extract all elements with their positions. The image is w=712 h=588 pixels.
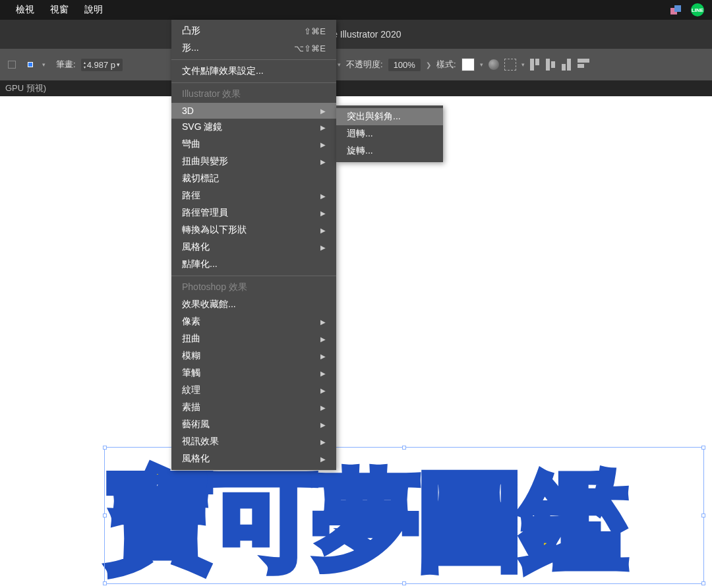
menu-item-ai-6[interactable]: 路徑管理員▶ <box>171 204 336 221</box>
menubar-item-view[interactable]: 檢視 <box>8 4 42 16</box>
chevron-down-icon[interactable]: ▾ <box>117 61 120 68</box>
submenu-item-rotate[interactable]: 旋轉... <box>336 142 443 160</box>
macos-menubar: 檢視 視窗 說明 LINE <box>0 0 712 20</box>
resize-handle-icon[interactable] <box>402 581 406 585</box>
opacity-input[interactable]: 100% <box>388 59 421 71</box>
resize-handle-icon[interactable] <box>402 446 406 450</box>
resize-handle-icon[interactable] <box>701 581 705 585</box>
document-tab-strip: GPU 預視) <box>0 80 712 96</box>
opacity-label: 不透明度: <box>346 59 383 71</box>
transform-icon[interactable] <box>504 59 516 71</box>
menu-item-document-raster-settings[interactable]: 文件點陣效果設定... <box>171 63 336 80</box>
submenu-arrow-icon: ▶ <box>320 124 326 131</box>
menu-item-ps-5[interactable]: 紋理▶ <box>171 382 336 399</box>
submenu-arrow-icon: ▶ <box>320 438 326 446</box>
app-title-bar: Adobe Illustrator 2020 <box>0 20 712 49</box>
menu-item-ps-7[interactable]: 藝術風▶ <box>171 416 336 433</box>
menu-item-last-effect-options[interactable]: 形...⌥⇧⌘E <box>171 40 336 57</box>
submenu-arrow-icon: ▶ <box>320 387 326 394</box>
menu-item-ps-1[interactable]: 像素▶ <box>171 313 336 330</box>
menu-item-ps-6[interactable]: 素描▶ <box>171 399 336 416</box>
resize-handle-icon[interactable] <box>103 514 107 517</box>
menubar-item-window[interactable]: 視窗 <box>42 4 76 16</box>
submenu-arrow-icon: ▶ <box>320 227 326 234</box>
chevron-down-icon[interactable]: ▾ <box>521 61 525 68</box>
submenu-arrow-icon: ▶ <box>320 107 326 115</box>
stroke-swatch[interactable] <box>24 58 37 71</box>
menu-item-ps-2[interactable]: 扭曲▶ <box>171 330 336 347</box>
menu-item-ai-7[interactable]: 轉換為以下形狀▶ <box>171 221 336 239</box>
menu-item-ai-1[interactable]: SVG 濾鏡▶ <box>171 119 336 136</box>
submenu-item-revolve[interactable]: 迴轉... <box>336 125 443 142</box>
fill-swatch[interactable] <box>5 58 18 71</box>
menu-item-ai-2[interactable]: 彎曲▶ <box>171 136 336 153</box>
align-right-icon[interactable] <box>562 59 574 71</box>
chevron-right-icon[interactable]: ❯ <box>426 61 431 69</box>
recolor-artwork-icon[interactable] <box>489 59 499 70</box>
menu-item-ai-0[interactable]: 3D▶ <box>171 103 336 119</box>
menu-item-last-effect[interactable]: 凸形⇧⌘E <box>171 22 336 40</box>
control-bar: ▾ 筆畫: ▴▾ 4.987 p ▾ ▾ 不透明度: 100% ❯ 樣式: ▾ … <box>0 49 712 80</box>
resize-handle-icon[interactable] <box>103 581 107 585</box>
submenu-arrow-icon: ▶ <box>320 353 326 360</box>
style-label: 樣式: <box>436 59 456 71</box>
menu-item-ai-3[interactable]: 扭曲與變形▶ <box>171 153 336 170</box>
canvas[interactable]: 寶可夢圖鑑 <box>0 96 712 588</box>
submenu-arrow-icon: ▶ <box>320 456 326 463</box>
menubar-status-area: LINE <box>670 3 704 16</box>
submenu-arrow-icon: ▶ <box>320 210 326 217</box>
svg-rect-1 <box>674 5 681 12</box>
menu-item-ps-4[interactable]: 筆觸▶ <box>171 365 336 382</box>
submenu-arrow-icon: ▶ <box>320 141 326 148</box>
menu-item-ai-5[interactable]: 路徑▶ <box>171 187 336 204</box>
effect-menu: 凸形⇧⌘E 形...⌥⇧⌘E 文件點陣效果設定... Illustrator 效… <box>171 20 336 470</box>
resize-handle-icon[interactable] <box>103 446 107 450</box>
menu-item-ai-4[interactable]: 裁切標記 <box>171 170 336 187</box>
menu-item-ps-0[interactable]: 效果收藏館... <box>171 296 336 313</box>
align-top-icon[interactable] <box>578 59 589 71</box>
resize-handle-icon[interactable] <box>701 514 705 517</box>
menu-header-photoshop-effects: Photoshop 效果 <box>171 279 336 296</box>
chevron-down-icon[interactable]: ▾ <box>338 61 341 68</box>
stroke-label: 筆畫: <box>56 59 76 71</box>
menu-item-ps-3[interactable]: 模糊▶ <box>171 347 336 365</box>
submenu-arrow-icon: ▶ <box>320 336 326 343</box>
submenu-arrow-icon: ▶ <box>320 370 326 377</box>
align-left-icon[interactable] <box>530 59 542 71</box>
line-app-icon[interactable]: LINE <box>691 3 704 16</box>
gpu-preview-label: GPU 預視) <box>5 82 46 94</box>
chevron-down-icon[interactable]: ▾ <box>480 61 483 68</box>
resize-handle-icon[interactable] <box>701 446 705 450</box>
stroke-value[interactable]: 4.987 p <box>87 60 115 70</box>
menu-header-illustrator-effects: Illustrator 效果 <box>171 86 336 103</box>
submenu-3d: 突出與斜角... 迴轉... 旋轉... <box>336 105 443 162</box>
align-center-icon[interactable] <box>546 59 558 71</box>
menu-item-ps-8[interactable]: 視訊效果▶ <box>171 433 336 450</box>
chevron-down-icon[interactable]: ▾ <box>42 61 45 68</box>
menu-item-ai-8[interactable]: 風格化▶ <box>171 239 336 256</box>
stepper-arrows-icon[interactable]: ▴▾ <box>84 60 86 69</box>
stroke-stepper[interactable]: ▴▾ 4.987 p ▾ <box>81 59 123 71</box>
menubar-item-help[interactable]: 說明 <box>76 4 111 16</box>
submenu-item-extrude-bevel[interactable]: 突出與斜角... <box>336 108 443 125</box>
menu-item-ps-9[interactable]: 風格化▶ <box>171 450 336 467</box>
submenu-arrow-icon: ▶ <box>320 244 326 251</box>
screen-share-icon[interactable] <box>670 3 683 16</box>
submenu-arrow-icon: ▶ <box>320 404 326 411</box>
submenu-arrow-icon: ▶ <box>320 421 326 428</box>
submenu-arrow-icon: ▶ <box>320 318 326 326</box>
graphic-style-swatch[interactable] <box>461 58 475 71</box>
align-group <box>530 59 589 71</box>
menu-item-ai-9[interactable]: 點陣化... <box>171 256 336 273</box>
submenu-arrow-icon: ▶ <box>320 158 326 165</box>
submenu-arrow-icon: ▶ <box>320 192 326 200</box>
